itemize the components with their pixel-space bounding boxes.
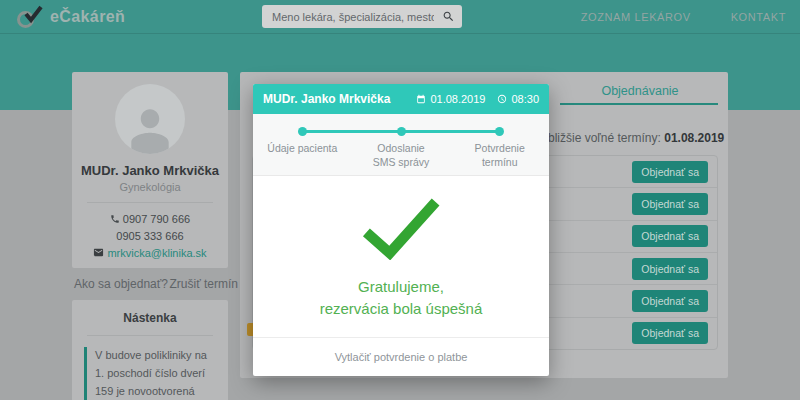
progress-stepper: Údaje pacienta Odoslanie SMS správy Potv…: [253, 114, 549, 176]
step-label-udaje-pacienta: Údaje pacienta: [253, 141, 352, 169]
time-chip: 08:30: [497, 93, 539, 105]
modal-date: 01.08.2019: [430, 93, 485, 105]
stepper-labels: Údaje pacienta Odoslanie SMS správy Potv…: [253, 141, 549, 169]
modal-time: 08:30: [511, 93, 539, 105]
step-dot-1: [298, 127, 307, 136]
step-label-potvrdenie-terminu: Potvrdenie termínu: [450, 141, 549, 169]
modal-body: Gratulujeme, rezervácia bola úspešná: [253, 176, 549, 337]
stepper-dots: [253, 127, 549, 136]
calendar-icon: [416, 94, 426, 104]
reservation-success-modal: MUDr. Janko Mrkvička 01.08.2019 08:30: [253, 84, 549, 376]
modal-footer: Vytlačiť potvrdenie o platbe: [253, 337, 549, 376]
step-dot-3: [495, 127, 504, 136]
success-message: Gratulujeme, rezervácia bola úspešná: [253, 276, 549, 320]
modal-doctor-name: MUDr. Janko Mrkvička: [263, 92, 390, 106]
date-chip: 01.08.2019: [416, 93, 485, 105]
step-label-odoslanie-sms: Odoslanie SMS správy: [352, 141, 451, 169]
step-dot-2: [397, 127, 406, 136]
page: eČakáreň ZOZNAM LEKÁROV KONTAKT MUDr. Ja…: [0, 0, 800, 400]
success-check-icon: [357, 196, 445, 260]
clock-icon: [497, 94, 507, 104]
print-receipt-link[interactable]: Vytlačiť potvrdenie o platbe: [335, 351, 468, 363]
modal-header: MUDr. Janko Mrkvička 01.08.2019 08:30: [253, 84, 549, 114]
modal-datetime: 01.08.2019 08:30: [416, 93, 539, 105]
